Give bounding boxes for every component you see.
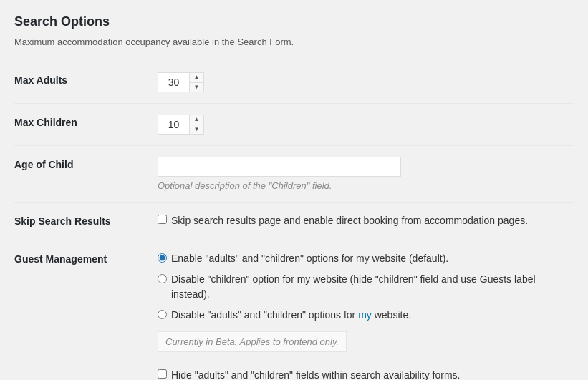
age-of-child-description: Optional description of the "Children" f… (158, 180, 574, 191)
guest-management-cell: Enable "adults" and "children" options f… (158, 240, 574, 381)
max-adults-label: Max Adults (14, 62, 158, 104)
max-children-input[interactable]: 10 (158, 115, 190, 135)
guest-management-radio-option1[interactable] (158, 253, 167, 263)
page-subtitle: Maximum accommodation occupancy availabl… (14, 36, 574, 47)
page-title: Search Options (14, 14, 574, 29)
age-of-child-cell: Optional description of the "Children" f… (158, 146, 574, 203)
max-children-row: Max Children 10 ▲ ▼ (14, 104, 574, 146)
hide-checkbox-wrap: Hide "adults" and "children" fields with… (158, 368, 574, 380)
max-adults-up-button[interactable]: ▲ (190, 73, 203, 83)
age-of-child-label: Age of Child (14, 146, 158, 203)
guest-management-option3-label: Disable "adults" and "children" options … (171, 308, 411, 323)
max-adults-spinner-buttons: ▲ ▼ (190, 72, 204, 92)
form-table: Max Adults 30 ▲ ▼ Max Children 10 ▲ (14, 62, 574, 380)
max-adults-spinner: 30 ▲ ▼ (158, 72, 574, 92)
skip-search-results-cell: Skip search results page and enable dire… (158, 203, 574, 240)
max-children-down-button[interactable]: ▼ (190, 125, 203, 135)
hide-fields-checkbox-label: Hide "adults" and "children" fields with… (171, 368, 461, 380)
beta-notice: Currently in Beta. Applies to frontend o… (158, 331, 347, 352)
guest-management-radio-group: Enable "adults" and "children" options f… (158, 251, 574, 380)
max-children-spinner-buttons: ▲ ▼ (190, 115, 204, 135)
skip-search-results-checkbox[interactable] (158, 215, 167, 224)
guest-management-option1-label: Enable "adults" and "children" options f… (171, 251, 448, 266)
age-of-child-row: Age of Child Optional description of the… (14, 146, 574, 203)
max-children-cell: 10 ▲ ▼ (158, 104, 574, 146)
max-adults-input[interactable]: 30 (158, 72, 190, 92)
guest-management-option1-wrap: Enable "adults" and "children" options f… (158, 251, 574, 266)
max-children-label: Max Children (14, 104, 158, 146)
skip-search-results-label: Skip Search Results (14, 203, 158, 240)
guest-management-option2-wrap: Disable "children" option for my website… (158, 272, 574, 302)
skip-search-results-checkbox-wrap: Skip search results page and enable dire… (158, 213, 574, 228)
guest-management-label: Guest Management (14, 240, 158, 381)
max-adults-cell: 30 ▲ ▼ (158, 62, 574, 104)
max-adults-down-button[interactable]: ▼ (190, 83, 203, 92)
guest-management-radio-option3[interactable] (158, 310, 167, 319)
skip-search-results-row: Skip Search Results Skip search results … (14, 203, 574, 240)
age-of-child-input[interactable] (158, 157, 401, 177)
my-website-link3[interactable]: my (358, 309, 372, 321)
max-children-up-button[interactable]: ▲ (190, 115, 203, 125)
max-adults-row: Max Adults 30 ▲ ▼ (14, 62, 574, 104)
guest-management-option3-wrap: Disable "adults" and "children" options … (158, 308, 574, 323)
beta-notice-wrap: Currently in Beta. Applies to frontend o… (158, 328, 574, 356)
max-children-spinner: 10 ▲ ▼ (158, 115, 574, 135)
guest-management-row: Guest Management Enable "adults" and "ch… (14, 240, 574, 381)
hide-fields-checkbox[interactable] (158, 369, 167, 379)
guest-management-option2-label: Disable "children" option for my website… (171, 272, 574, 302)
guest-management-radio-option2[interactable] (158, 274, 167, 283)
skip-search-results-checkbox-label: Skip search results page and enable dire… (171, 213, 528, 228)
